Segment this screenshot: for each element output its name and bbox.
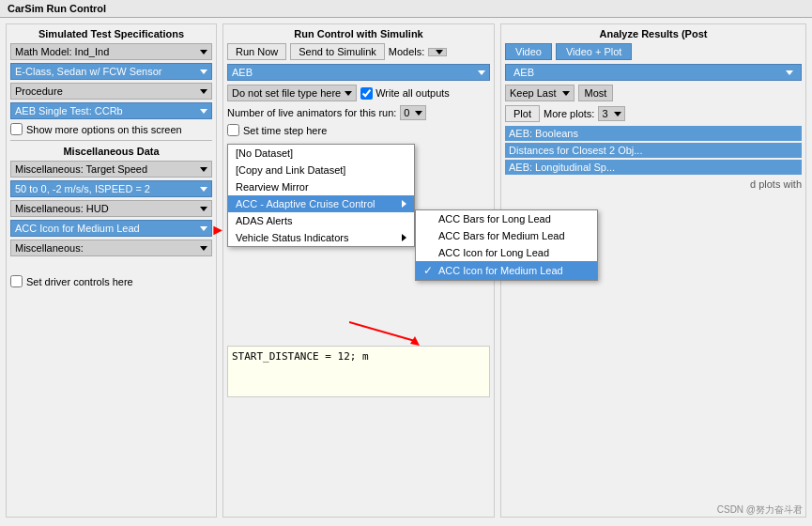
more-plots-dropdown[interactable]: 3: [598, 106, 624, 121]
svg-line-0: [349, 322, 415, 341]
video-plot-button[interactable]: Video + Plot: [556, 43, 632, 60]
set-driver-label: Set driver controls here: [26, 276, 133, 287]
submenu-acc-icon-medium[interactable]: ✓ ACC Icon for Medium Lead: [416, 261, 597, 280]
aeb-dropdown[interactable]: AEB Single Test: CCRb: [10, 102, 212, 119]
menu-vehicle-status[interactable]: Vehicle Status Indicators: [228, 229, 414, 246]
keep-last-arrow-icon: [562, 91, 570, 96]
send-simulink-button[interactable]: Send to Simulink: [290, 43, 385, 60]
run-buttons-row: Run Now Send to Simulink Models:: [227, 43, 490, 60]
list-item-0[interactable]: AEB: Booleans: [505, 126, 802, 141]
aeb-mid-row: AEB: [227, 64, 490, 81]
menu-rearview[interactable]: Rearview Mirror: [228, 178, 414, 195]
animators-row: Number of live animators for this run: 0: [227, 105, 490, 120]
models-dropdown[interactable]: [428, 48, 447, 56]
red-arrow-to-yellow: [349, 317, 424, 348]
submenu-acc-bars-medium[interactable]: ACC Bars for Medium Lead: [416, 227, 597, 244]
procedure-row: Procedure: [10, 83, 212, 100]
write-outputs-row: Write all outputs: [360, 87, 450, 100]
write-outputs-checkbox[interactable]: [360, 87, 373, 100]
set-driver-row: Set driver controls here: [10, 275, 212, 287]
animators-dropdown[interactable]: 0: [400, 105, 426, 120]
animators-value: 0: [404, 107, 409, 118]
procedure-dropdown[interactable]: Procedure: [10, 83, 212, 100]
misc-target-arrow-icon: [200, 167, 207, 172]
misc-empty-row: Miscellaneous:: [10, 240, 212, 256]
aeb-arrow-icon: [200, 109, 207, 114]
file-type-dropdown[interactable]: Do not set file type here: [227, 85, 357, 101]
analyze-results-header: Analyze Results (Post: [505, 28, 802, 39]
aeb-right-arrow-icon: [786, 70, 793, 75]
misc-empty-dropdown[interactable]: Miscellaneous:: [10, 240, 212, 256]
speed-arrow-icon: [200, 187, 207, 192]
file-type-arrow-icon: [345, 91, 352, 96]
vehicle-arrow-icon: [200, 70, 207, 74]
write-outputs-label: Write all outputs: [375, 87, 450, 99]
menu-no-dataset[interactable]: [No Dataset]: [228, 145, 414, 162]
context-menu-area: [No Dataset] [Copy and Link Dataset] Rea…: [227, 144, 490, 397]
show-more-label: Show more options on this screen: [26, 124, 182, 135]
red-arrow-indicator: ►: [210, 222, 225, 239]
submenu-acc-bars-long[interactable]: ACC Bars for Long Lead: [416, 210, 597, 227]
d-plots-label: d plots with: [505, 177, 802, 190]
animators-label: Number of live animators for this run:: [227, 107, 396, 118]
keep-last-row: Keep Last Most: [505, 85, 802, 101]
menu-acc[interactable]: ACC - Adaptive Cruise Control: [228, 195, 414, 212]
acc-icon-row: ACC Icon for Medium Lead ►: [10, 220, 212, 237]
math-model-dropdown[interactable]: Math Model: Ind_Ind: [10, 43, 212, 60]
more-plots-arrow-icon: [614, 112, 621, 116]
context-menu: [No Dataset] [Copy and Link Dataset] Rea…: [227, 144, 415, 247]
most-button[interactable]: Most: [578, 85, 614, 101]
menu-copy-link[interactable]: [Copy and Link Dataset]: [228, 162, 414, 178]
timestep-label: Set time step here: [243, 125, 327, 136]
menu-adas[interactable]: ADAS Alerts: [228, 212, 414, 229]
list-item-1[interactable]: Distances for Closest 2 Obj...: [505, 143, 802, 158]
plot-button[interactable]: Plot: [505, 105, 540, 122]
misc-hud-row: Miscellaneous: HUD: [10, 200, 212, 217]
aeb-mid-dropdown[interactable]: AEB: [227, 64, 490, 81]
keep-last-dropdown[interactable]: Keep Last: [505, 85, 575, 101]
speed-value-row: 50 to 0, -2 m/s/s, ISPEED = 2: [10, 180, 212, 197]
analyze-buttons-row: Video Video + Plot: [505, 43, 802, 60]
left-panel: Simulated Test Specifications Math Model…: [6, 23, 217, 518]
list-item-2[interactable]: AEB: Longitudinal Sp...: [505, 160, 802, 175]
misc-target-row: Miscellaneous: Target Speed: [10, 161, 212, 178]
misc-data-header: Miscellaneous Data: [10, 146, 212, 157]
yellow-area-wrapper: START_DISTANCE = 12; m: [227, 346, 490, 397]
aeb-row: AEB Single Test: CCRb: [10, 102, 212, 119]
watermark: CSDN @努力奋斗君: [717, 503, 803, 517]
more-plots-label: More plots:: [544, 108, 594, 119]
procedure-arrow-icon: [200, 89, 207, 94]
timestep-checkbox[interactable]: [227, 124, 239, 136]
title-label: CarSim Run Control: [8, 3, 106, 14]
misc-target-dropdown[interactable]: Miscellaneous: Target Speed: [10, 161, 212, 178]
vehicle-submenu-arrow-icon: [402, 234, 406, 241]
plot-row: Plot More plots: 3: [505, 105, 802, 122]
vehicle-row: E-Class, Sedan w/ FCW Sensor: [10, 63, 212, 80]
timestep-row: Set time step here: [227, 124, 490, 136]
aeb-right-dropdown[interactable]: AEB: [505, 64, 802, 81]
show-more-checkbox[interactable]: [10, 123, 23, 135]
yellow-textarea: START_DISTANCE = 12; m: [227, 346, 490, 397]
vehicle-dropdown[interactable]: E-Class, Sedan w/ FCW Sensor: [10, 63, 212, 80]
video-button[interactable]: Video: [505, 43, 552, 60]
misc-hud-dropdown[interactable]: Miscellaneous: HUD: [10, 200, 212, 217]
models-row: Models:: [389, 43, 448, 60]
acc-icon-dropdown[interactable]: ACC Icon for Medium Lead: [10, 220, 212, 237]
yellow-content: START_DISTANCE = 12; m: [232, 350, 369, 363]
acc-submenu: ACC Bars for Long Lead ACC Bars for Medi…: [415, 209, 598, 281]
title-bar: CarSim Run Control: [0, 0, 812, 18]
mid-panel: Run Control with Simulink Run Now Send t…: [222, 23, 495, 518]
run-now-button[interactable]: Run Now: [227, 43, 286, 60]
red-arrow-svg: [349, 317, 424, 346]
models-label: Models:: [389, 46, 425, 57]
show-more-row: Show more options on this screen: [10, 123, 212, 135]
math-model-row: Math Model: Ind_Ind: [10, 43, 212, 60]
submenu-acc-icon-long[interactable]: ACC Icon for Long Lead: [416, 244, 597, 261]
misc-hud-arrow-icon: [200, 207, 207, 211]
speed-dropdown[interactable]: 50 to 0, -2 m/s/s, ISPEED = 2: [10, 180, 212, 197]
aeb-mid-arrow-icon: [478, 70, 485, 75]
set-driver-checkbox[interactable]: [10, 275, 23, 287]
acc-submenu-arrow-icon: [402, 200, 406, 208]
math-model-arrow-icon: [200, 50, 207, 54]
more-plots-value: 3: [602, 108, 607, 119]
